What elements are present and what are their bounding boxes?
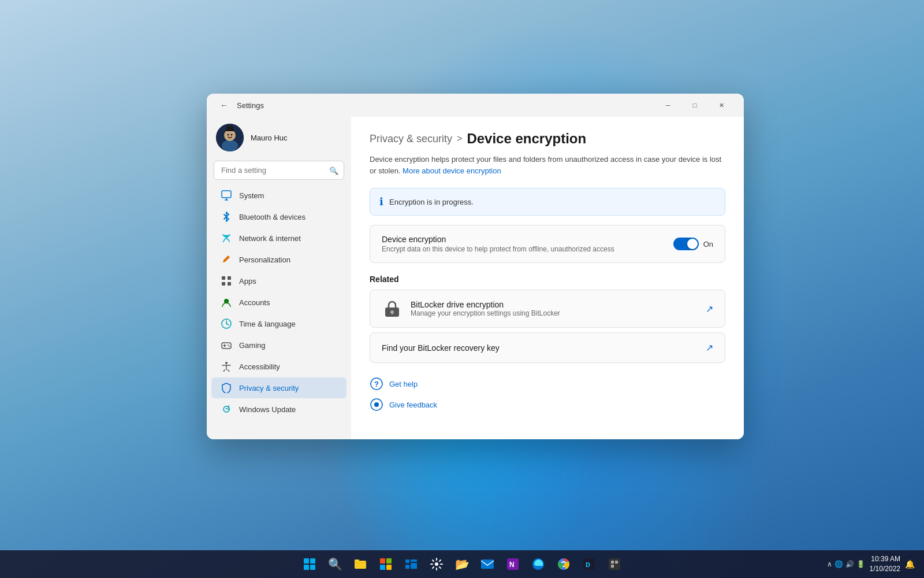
taskbar-center: 🔍 xyxy=(298,553,626,576)
learn-more-link[interactable]: More about device encryption xyxy=(403,166,501,175)
get-help-icon: ? xyxy=(370,377,383,391)
search-input[interactable] xyxy=(214,161,344,180)
encryption-toggle[interactable] xyxy=(673,238,699,250)
user-name: Mauro Huc xyxy=(251,134,288,142)
svg-rect-38 xyxy=(386,558,392,564)
taskbar-app1-button[interactable]: D xyxy=(578,553,601,576)
svg-rect-10 xyxy=(222,276,225,280)
svg-rect-40 xyxy=(386,565,392,570)
taskbar-start-button[interactable] xyxy=(298,553,321,576)
taskbar-search-button[interactable]: 🔍 xyxy=(323,553,346,576)
apps-icon xyxy=(221,275,232,287)
user-profile[interactable]: Mauro Huc xyxy=(207,117,351,161)
taskbar-widgets-button[interactable] xyxy=(400,553,423,576)
svg-rect-36 xyxy=(355,560,359,562)
sidebar-item-apps[interactable]: Apps xyxy=(211,271,346,291)
battery-icon[interactable]: 🔋 xyxy=(856,560,865,568)
maximize-button[interactable]: □ xyxy=(681,96,708,114)
avatar xyxy=(216,124,244,151)
sidebar-item-label-apps: Apps xyxy=(239,277,256,286)
taskbar-edge-button[interactable] xyxy=(527,553,550,576)
svg-rect-46 xyxy=(481,560,494,569)
network-icon[interactable]: 🌐 xyxy=(834,560,843,568)
sidebar-item-personalization[interactable]: Personalization xyxy=(211,249,346,270)
main-content: Privacy & security > Device encryption D… xyxy=(351,117,744,439)
privacy-icon xyxy=(221,382,232,394)
svg-rect-31 xyxy=(304,558,309,564)
svg-rect-4 xyxy=(226,126,233,131)
window-controls: ─ □ ✕ xyxy=(655,96,735,114)
encryption-title: Device encryption xyxy=(382,235,614,244)
svg-rect-33 xyxy=(304,565,309,570)
taskbar-right: ∧ 🌐 🔊 🔋 10:39 AM 1/10/2022 🔔 xyxy=(827,554,915,574)
network-icon xyxy=(221,232,232,244)
toggle-label: On xyxy=(703,240,713,249)
encryption-desc: Encrypt data on this device to help prot… xyxy=(382,245,614,253)
notification-icon[interactable]: 🔔 xyxy=(905,560,915,569)
sidebar-item-network[interactable]: Network & internet xyxy=(211,228,346,249)
svg-rect-13 xyxy=(228,282,231,286)
get-help-link[interactable]: ? Get help xyxy=(370,377,725,391)
sidebar-item-time[interactable]: Time & language xyxy=(211,313,346,334)
close-button[interactable]: ✕ xyxy=(708,96,735,114)
svg-text:N: N xyxy=(509,561,515,569)
svg-rect-56 xyxy=(611,561,614,564)
bitlocker-item[interactable]: BitLocker drive encryption Manage your e… xyxy=(370,290,725,328)
window-title: Settings xyxy=(237,101,264,110)
sidebar-item-system[interactable]: System xyxy=(211,185,346,206)
sidebar-item-label-gaming: Gaming xyxy=(239,341,266,350)
sidebar-item-bluetooth[interactable]: Bluetooth & devices xyxy=(211,206,346,227)
personalization-icon xyxy=(221,254,232,265)
taskbar-onenote-button[interactable]: N xyxy=(501,553,524,576)
sidebar-item-update[interactable]: Windows Update xyxy=(211,399,346,420)
system-tray: ∧ 🌐 🔊 🔋 xyxy=(827,560,865,568)
bitlocker-title: BitLocker drive encryption xyxy=(411,300,560,309)
recovery-key-item[interactable]: Find your BitLocker recovery key ↗ xyxy=(370,332,725,363)
info-icon: ℹ xyxy=(379,195,383,208)
nav-list: System Bluetooth & devices Network & int… xyxy=(207,184,351,420)
sidebar-item-gaming[interactable]: Gaming xyxy=(211,335,346,355)
give-feedback-link[interactable]: Give feedback xyxy=(370,398,725,412)
external-link-icon: ↗ xyxy=(706,303,713,314)
device-encryption-card: Device encryption Encrypt data on this d… xyxy=(370,225,725,263)
taskbar-chrome-button[interactable] xyxy=(552,553,575,576)
back-button[interactable]: ← xyxy=(216,97,232,113)
svg-rect-12 xyxy=(222,282,225,286)
taskbar-files-button[interactable]: 📂 xyxy=(450,553,474,576)
bitlocker-icon xyxy=(382,298,403,319)
volume-icon[interactable]: 🔊 xyxy=(845,560,854,568)
taskbar-settings-button[interactable] xyxy=(425,553,448,576)
update-icon xyxy=(221,403,232,415)
sidebar-item-label-accessibility: Accessibility xyxy=(239,362,280,371)
sidebar-item-accessibility[interactable]: Accessibility xyxy=(211,356,346,377)
chevron-up-icon[interactable]: ∧ xyxy=(827,560,832,568)
taskbar-store-button[interactable] xyxy=(374,553,397,576)
svg-text:D: D xyxy=(586,561,590,568)
sidebar-item-label-network: Network & internet xyxy=(239,234,301,243)
svg-rect-57 xyxy=(615,561,618,564)
clock-date: 1/10/2022 xyxy=(870,564,900,574)
sidebar-item-accounts[interactable]: Accounts xyxy=(211,292,346,313)
svg-point-30 xyxy=(374,402,379,407)
taskbar-mail-button[interactable] xyxy=(476,553,499,576)
taskbar-app2-button[interactable] xyxy=(603,553,626,576)
sidebar-item-privacy[interactable]: Privacy & security xyxy=(211,377,346,398)
clock[interactable]: 10:39 AM 1/10/2022 xyxy=(870,554,900,574)
sidebar-item-label-bluetooth: Bluetooth & devices xyxy=(239,213,305,221)
breadcrumb-parent: Privacy & security xyxy=(370,133,452,145)
svg-text:?: ? xyxy=(374,380,379,388)
minimize-button[interactable]: ─ xyxy=(655,96,681,114)
recovery-external-icon: ↗ xyxy=(706,342,713,353)
svg-rect-7 xyxy=(222,191,231,198)
svg-rect-32 xyxy=(310,558,315,564)
svg-rect-42 xyxy=(405,565,409,569)
sidebar-item-label-privacy: Privacy & security xyxy=(239,384,299,392)
clock-time: 10:39 AM xyxy=(870,554,900,564)
title-bar: ← Settings ─ □ ✕ xyxy=(207,94,744,117)
sidebar-item-label-system: System xyxy=(239,191,264,200)
taskbar-explorer-button[interactable] xyxy=(349,553,372,576)
sidebar: Mauro Huc 🔍 System Bluetooth & devices N… xyxy=(207,117,351,439)
help-section: ? Get help Give feedback xyxy=(370,377,725,412)
svg-line-17 xyxy=(226,324,229,325)
window-body: Mauro Huc 🔍 System Bluetooth & devices N… xyxy=(207,117,744,439)
